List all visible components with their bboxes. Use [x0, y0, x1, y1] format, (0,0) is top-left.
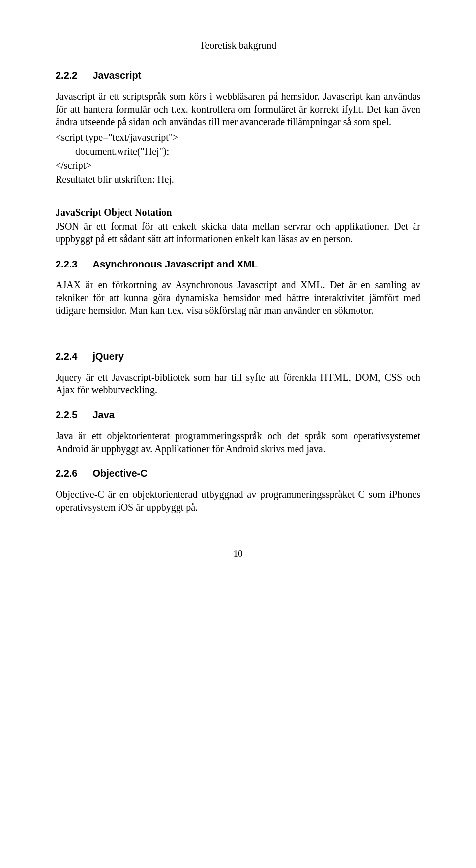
section-title: jQuery: [92, 351, 123, 362]
section-title: Asynchronous Javascript and XML: [92, 259, 257, 269]
code-line: <script type="text/javascript">: [56, 131, 420, 144]
code-line: </script>: [56, 158, 420, 172]
section-heading-objectivec: 2.2.6 Objective-C: [56, 468, 420, 479]
section-number: 2.2.4: [56, 351, 77, 362]
section-title: Javascript: [92, 70, 141, 81]
page-number: 10: [56, 548, 420, 559]
paragraph: JSON är ett format för att enkelt skicka…: [56, 220, 420, 246]
section-title: Java: [92, 409, 115, 420]
paragraph: Javascript är ett scriptspråk som körs i…: [56, 90, 420, 129]
section-number: 2.2.5: [56, 409, 77, 420]
paragraph: AJAX är en förkortning av Asynchronous J…: [56, 279, 420, 317]
section-heading-ajax: 2.2.3 Asynchronous Javascript and XML: [56, 259, 420, 270]
subsection-heading-json: JavaScript Object Notation: [56, 207, 420, 218]
code-line: document.write("Hej");: [56, 144, 420, 158]
section-number: 2.2.3: [56, 259, 77, 269]
section-heading-java: 2.2.5 Java: [56, 409, 420, 421]
section-heading-jquery: 2.2.4 jQuery: [56, 351, 420, 362]
section-title: Objective-C: [92, 468, 147, 479]
section-number: 2.2.6: [56, 468, 77, 479]
paragraph: Jquery är ett Javascript-bibliotek som h…: [56, 371, 420, 397]
page-header: Teoretisk bakgrund: [56, 40, 420, 51]
paragraph: Objective-C är en objektorienterad utbyg…: [56, 488, 420, 514]
paragraph: Java är ett objektorienterat programmeri…: [56, 430, 420, 455]
code-result: Resultatet blir utskriften: Hej.: [56, 172, 420, 186]
section-number: 2.2.2: [56, 70, 77, 81]
section-heading-javascript: 2.2.2 Javascript: [56, 70, 420, 81]
